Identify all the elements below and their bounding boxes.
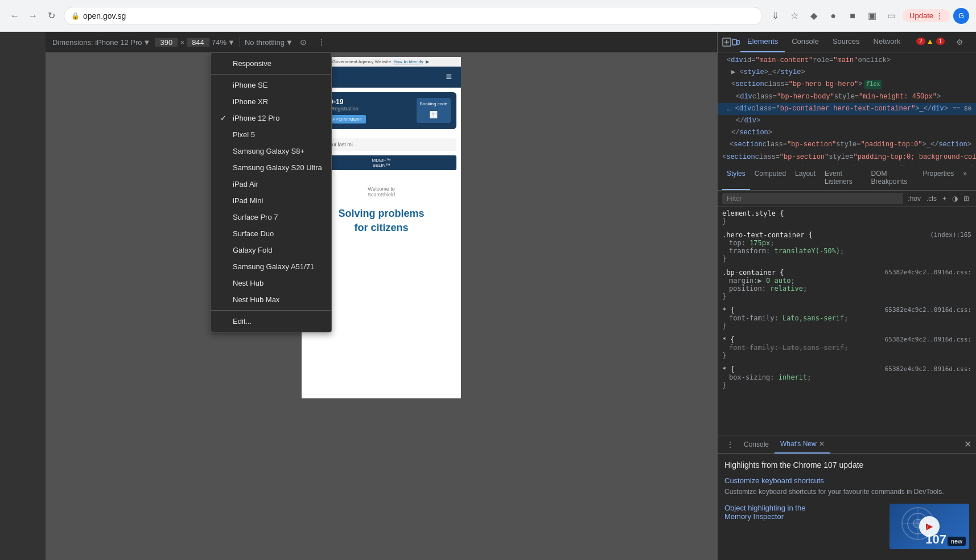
inspect-element-button[interactable] xyxy=(722,34,731,50)
zoom-label: 74% xyxy=(212,38,227,47)
avatar-button[interactable]: G xyxy=(953,8,969,24)
styles-tab-styles[interactable]: Styles xyxy=(722,166,750,190)
version-number: 107 xyxy=(925,532,946,547)
update-label: Update xyxy=(909,11,933,20)
samsung-s20-label: Samsung Galaxy S20 Ultra xyxy=(233,163,322,172)
hover-pseudo-button[interactable]: :hov xyxy=(905,193,923,204)
reload-button[interactable]: ↻ xyxy=(43,8,59,24)
bookmark-button[interactable]: ☆ xyxy=(786,8,802,24)
samsung-a51-option[interactable]: Samsung Galaxy A51/71 xyxy=(211,258,331,275)
ipad-air-option[interactable]: iPad Air xyxy=(211,176,331,192)
tree-line-6[interactable]: </div> xyxy=(718,115,976,127)
tree-line-1[interactable]: <div id="main-content" role="main" oncli… xyxy=(718,55,976,67)
styles-tab-more[interactable]: » xyxy=(958,166,971,190)
throttle-label: No throttling xyxy=(245,38,285,47)
update-button[interactable]: Update ⋮ xyxy=(903,9,950,22)
hero-selector: .hero-text-container { xyxy=(722,231,813,239)
samsung-s20-option[interactable]: Samsung Galaxy S20 Ultra xyxy=(211,159,331,176)
extensions-button[interactable]: ◆ xyxy=(806,8,822,24)
width-input[interactable] xyxy=(155,38,178,47)
tree-line-3[interactable]: <section class="bp-hero bg-hero"> flex xyxy=(718,79,976,90)
nest-hub-max-label: Nest Hub Max xyxy=(233,295,279,304)
chevron-right-icon: ▶ xyxy=(426,59,429,64)
computed-sidebar-button[interactable]: ⊞ xyxy=(961,193,971,204)
tree-line-5[interactable]: … <div class="bp-container hero-text-con… xyxy=(718,103,976,115)
item1-desc: Customize keyboard shortcuts for your fa… xyxy=(724,487,969,497)
settings-button[interactable]: ⚙ xyxy=(952,34,967,50)
gov-identify-link[interactable]: How to identify xyxy=(393,59,423,64)
edit-option[interactable]: Edit... xyxy=(211,313,331,330)
cls-pseudo-button[interactable]: .cls xyxy=(924,193,939,204)
bottom-panel: ⋮ Console What's New ✕ ✕ Highlights from… xyxy=(718,435,976,560)
close-whats-new-button[interactable]: ✕ xyxy=(819,440,825,448)
samsung-s8-option[interactable]: Samsung Galaxy S8+ xyxy=(211,143,331,159)
tree-line-4[interactable]: <div class="bp-hero-body" style="min-hei… xyxy=(718,91,976,103)
hamburger-icon[interactable]: ≡ xyxy=(446,71,452,83)
tree-line-9[interactable]: <section class="bp-section" style="paddi… xyxy=(718,151,976,163)
extension-btn2[interactable]: ■ xyxy=(845,8,860,24)
nest-hub-max-option[interactable]: Nest Hub Max xyxy=(211,291,331,308)
iphone-12-pro-option[interactable]: ✓ iPhone 12 Pro xyxy=(211,110,331,126)
styles-tab-event-listeners[interactable]: Event Listeners xyxy=(820,166,867,190)
tab-sources[interactable]: Sources xyxy=(826,32,867,52)
surface-duo-label: Surface Duo xyxy=(233,229,274,238)
iphone-xr-option[interactable]: iPhone XR xyxy=(211,93,331,110)
pixel-5-option[interactable]: Pixel 5 xyxy=(211,126,331,143)
tree-line-8[interactable]: <section class="bp-section" style="paddi… xyxy=(718,139,976,151)
item2-title[interactable]: Object highlighting in the Memory Inspec… xyxy=(724,504,883,521)
item1-title[interactable]: Customize keyboard shortcuts xyxy=(724,476,969,485)
iphone-se-label: iPhone SE xyxy=(233,81,267,89)
address-bar[interactable]: 🔒 open.gov.sg xyxy=(64,7,763,25)
html-tree: <div id="main-content" role="main" oncli… xyxy=(718,52,976,166)
svg-rect-1 xyxy=(732,39,736,45)
highlights-title: Highlights from the Chrome 107 update xyxy=(724,460,969,470)
flex-badge: flex xyxy=(864,80,882,89)
throttle-button[interactable]: No throttling ▼ xyxy=(245,38,293,47)
tab-console[interactable]: Console xyxy=(785,32,826,52)
bp-container-selector: .bp-container { xyxy=(722,269,784,277)
responsive-label: Responsive xyxy=(233,59,271,68)
tree-line-7[interactable]: </section> xyxy=(718,127,976,139)
viewport-content: A Singapore Government Agency Website Ho… xyxy=(46,52,717,560)
ipad-mini-option[interactable]: iPad Mini xyxy=(211,192,331,209)
puzzle-button[interactable]: ▣ xyxy=(864,8,880,24)
close-bottom-panel-button[interactable]: ✕ xyxy=(964,439,971,450)
styles-filter-input[interactable] xyxy=(722,193,903,204)
responsive-option[interactable]: Responsive xyxy=(211,55,331,72)
tab-more[interactable]: 2 ▲ 1 xyxy=(907,32,952,52)
whats-new-tab[interactable]: What's New ✕ xyxy=(775,435,830,454)
styles-tab-dom-breakpoints[interactable]: DOM Breakpoints xyxy=(867,166,919,190)
device-name-button[interactable]: Dimensions: iPhone 12 Pro ▼ xyxy=(50,37,153,48)
styles-tab-properties[interactable]: Properties xyxy=(919,166,959,190)
rule-bp-container: .bp-container { 65382e4c9c2..0916d.css: … xyxy=(722,269,971,300)
nest-hub-option[interactable]: Nest Hub xyxy=(211,275,331,291)
sensors-button[interactable]: ⊙ xyxy=(295,34,311,50)
zoom-button[interactable]: 74% ▼ xyxy=(212,38,235,47)
console-tab[interactable]: Console xyxy=(738,435,775,454)
galaxy-fold-option[interactable]: Galaxy Fold xyxy=(211,242,331,258)
more-devtools-button[interactable]: ⋮ xyxy=(970,34,976,50)
surface-duo-option[interactable]: Surface Duo xyxy=(211,225,331,242)
zoom-chevron-icon: ▼ xyxy=(228,38,235,47)
tree-line-2[interactable]: ▶ <style>_</style> xyxy=(718,67,976,79)
device-toggle-button[interactable] xyxy=(731,34,740,50)
iphone-se-option[interactable]: iPhone SE xyxy=(211,77,331,93)
styles-tab-layout[interactable]: Layout xyxy=(790,166,820,190)
styles-tab-computed[interactable]: Computed xyxy=(750,166,790,190)
forward-button[interactable]: → xyxy=(25,8,41,24)
toggle-dark-button[interactable]: ◑ xyxy=(950,193,960,204)
cast-button[interactable]: ▭ xyxy=(883,8,899,24)
tab-elements[interactable]: Elements xyxy=(740,32,785,52)
profile-button[interactable]: ● xyxy=(825,8,841,24)
height-input[interactable] xyxy=(187,38,209,47)
tab-network[interactable]: Network xyxy=(867,32,908,52)
more-options-button[interactable]: ⋮ xyxy=(314,34,330,50)
add-style-button[interactable]: + xyxy=(940,193,949,204)
surface-pro-option[interactable]: Surface Pro 7 xyxy=(211,209,331,225)
download-button[interactable]: ⇓ xyxy=(767,8,783,24)
error-badge: 2 xyxy=(916,38,925,45)
whats-new-thumbnail[interactable]: ▶ 107 new xyxy=(889,504,969,549)
bottom-panel-icon[interactable]: ⋮ xyxy=(722,437,738,452)
back-button[interactable]: ← xyxy=(7,8,23,24)
ipad-air-label: iPad Air xyxy=(233,180,258,188)
